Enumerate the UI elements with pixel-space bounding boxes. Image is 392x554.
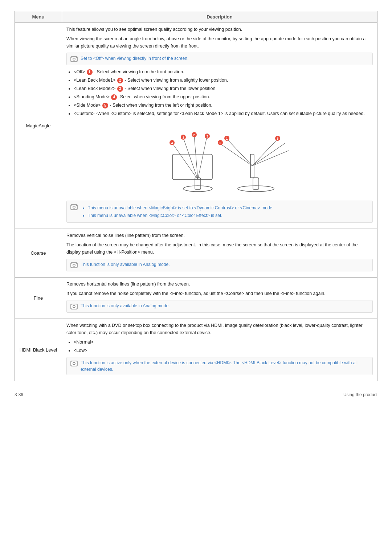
diagram-svg: 4 1 2 3 [151,122,289,194]
svg-line-12 [198,137,207,180]
badge-3: 3 [117,86,123,92]
svg-line-26 [252,139,278,166]
svg-line-11 [194,135,198,180]
svg-line-9 [172,143,198,180]
svg-text:4: 4 [171,141,173,145]
main-table: Menu Description MagicAngle This feature… [15,11,377,381]
badge-1: 1 [87,69,93,75]
note-icon-5 [70,360,78,367]
list-item: This menu is unavailable when <MagicColo… [88,212,274,219]
table-row: Fine Removes horizontal noise lines (lin… [15,278,377,319]
list-item: This menu is unavailable when <MagicBrig… [88,205,274,211]
svg-point-21 [238,186,274,192]
list-item: <Side Mode> 5 - Select when viewing from… [74,102,373,109]
badge-2: 2 [117,78,123,83]
fine-note-box: This function is only available in Analo… [66,300,373,313]
hdmi-note-text: This function is active only when the ex… [81,360,369,373]
col-desc-header: Description [62,11,377,23]
note-icon-2 [70,204,78,211]
menu-cell-magicangle: MagicAngle [15,23,62,229]
note-icon-3 [70,262,78,269]
page-footer: 3-36 Using the product [15,392,377,397]
menu-cell-coarse: Coarse [15,229,62,278]
desc-cell-coarse: Removes vertical noise lines (line patte… [62,229,377,278]
svg-rect-23 [250,154,254,178]
desc-cell-fine: Removes horizontal noise lines (line pat… [62,278,377,319]
coarse-note-box: This function is only available in Analo… [66,259,373,271]
magicangle-diagram: 4 1 2 3 [66,122,373,196]
desc-cell-magicangle: This feature allows you to see optimal s… [62,23,377,229]
svg-text:3: 3 [206,135,208,138]
svg-point-48 [73,305,75,308]
badge-4: 4 [111,94,117,100]
note-icon [70,56,78,63]
hdmi-bullets: <Normal> <Low> [74,338,373,354]
badge-5: 5 [102,103,108,108]
coarse-note-text: This function is only available in Analo… [81,261,170,268]
page-wrapper: Menu Description MagicAngle This feature… [15,11,377,397]
magicangle-bullets: <Off> 1 - Select when viewing from the f… [74,68,373,117]
desc-cell-hdmi: When watching with a DVD or set-top box … [62,319,377,381]
table-row: Coarse Removes vertical noise lines (lin… [15,229,377,278]
svg-line-28 [252,151,289,166]
svg-point-36 [73,206,75,208]
footer-section-title: Using the product [343,392,377,397]
svg-text:5: 5 [219,141,221,145]
footer-page-number: 3-36 [15,392,23,397]
list-item: <Normal> [74,338,373,346]
list-item: <Lean Back Mode1> 2 - Select when viewin… [74,77,373,84]
fine-intro1: Removes horizontal noise lines (line pat… [66,280,373,288]
svg-point-42 [73,264,75,266]
list-item: <Custom> -When <Custom> is selected, set… [74,110,373,117]
col-menu-header: Menu [15,11,62,23]
hdmi-intro1: When watching with a DVD or set-top box … [66,322,373,336]
table-row: MagicAngle This feature allows you to se… [15,23,377,229]
coarse-intro2: The location of the screen may be change… [66,241,373,256]
fine-intro2: If you cannot remove the noise completel… [66,290,373,297]
svg-text:1: 1 [226,137,228,140]
svg-text:2: 2 [193,133,195,137]
svg-rect-8 [172,154,212,180]
svg-point-6 [183,186,212,192]
magicangle-notes-box: This menu is unavailable when <MagicBrig… [66,201,373,223]
table-row: HDMI Black Level When watching with a DV… [15,319,377,381]
menu-cell-hdmi: HDMI Black Level [15,319,62,381]
magicangle-note1-box: Set to <Off> when viewing directly in fr… [66,53,373,65]
svg-line-25 [227,139,252,166]
svg-point-1 [73,58,75,60]
list-item: <Low> [74,347,373,354]
list-item: <Standing Mode> 4 -Select when viewing f… [74,93,373,100]
coarse-intro1: Removes vertical noise lines (line patte… [66,232,373,239]
note-icon-4 [70,303,78,310]
list-item: <Off> 1 - Select when viewing from the f… [74,68,373,75]
magicangle-intro2: When viewing the screen at an angle from… [66,35,373,50]
magicangle-note1-text: Set to <Off> when viewing directly in fr… [81,55,188,62]
svg-point-54 [73,362,75,365]
svg-text:5: 5 [277,137,278,140]
list-item: <Lean Back Mode2> 3 - Select when viewin… [74,85,373,92]
svg-line-24 [220,143,252,166]
svg-text:1: 1 [182,136,184,139]
svg-rect-22 [253,178,259,189]
hdmi-note-box: This function is active only when the ex… [66,357,373,375]
menu-cell-fine: Fine [15,278,62,319]
magicangle-intro1: This feature allows you to see optimal s… [66,26,373,33]
svg-line-10 [183,138,198,180]
svg-line-27 [252,143,285,166]
fine-note-text: This function is only available in Analo… [81,303,170,309]
magicangle-notes-list: This menu is unavailable when <MagicBrig… [81,203,274,220]
